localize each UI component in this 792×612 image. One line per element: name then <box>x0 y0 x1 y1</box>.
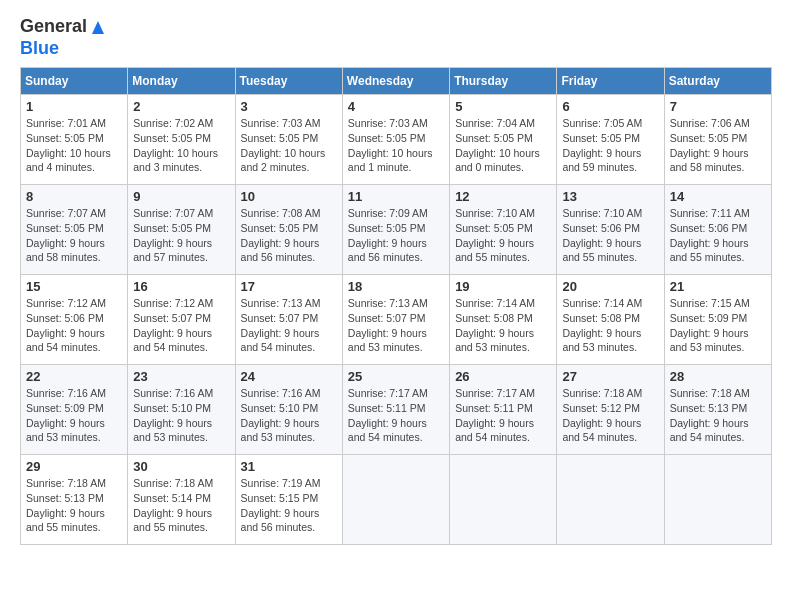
calendar-week-row: 15 Sunrise: 7:12 AM Sunset: 5:06 PM Dayl… <box>21 275 772 365</box>
day-info: Sunrise: 7:16 AM Sunset: 5:10 PM Dayligh… <box>241 386 337 445</box>
day-number: 15 <box>26 279 122 294</box>
day-info: Sunrise: 7:08 AM Sunset: 5:05 PM Dayligh… <box>241 206 337 265</box>
day-number: 1 <box>26 99 122 114</box>
day-info: Sunrise: 7:17 AM Sunset: 5:11 PM Dayligh… <box>348 386 444 445</box>
weekday-header-cell: Wednesday <box>342 68 449 95</box>
day-number: 6 <box>562 99 658 114</box>
day-info: Sunrise: 7:10 AM Sunset: 5:05 PM Dayligh… <box>455 206 551 265</box>
day-info: Sunrise: 7:03 AM Sunset: 5:05 PM Dayligh… <box>348 116 444 175</box>
calendar-cell: 12 Sunrise: 7:10 AM Sunset: 5:05 PM Dayl… <box>450 185 557 275</box>
day-info: Sunrise: 7:06 AM Sunset: 5:05 PM Dayligh… <box>670 116 766 175</box>
day-number: 7 <box>670 99 766 114</box>
weekday-header-cell: Thursday <box>450 68 557 95</box>
day-info: Sunrise: 7:16 AM Sunset: 5:10 PM Dayligh… <box>133 386 229 445</box>
calendar-cell: 7 Sunrise: 7:06 AM Sunset: 5:05 PM Dayli… <box>664 95 771 185</box>
calendar-cell: 28 Sunrise: 7:18 AM Sunset: 5:13 PM Dayl… <box>664 365 771 455</box>
calendar-cell: 16 Sunrise: 7:12 AM Sunset: 5:07 PM Dayl… <box>128 275 235 365</box>
calendar-week-row: 8 Sunrise: 7:07 AM Sunset: 5:05 PM Dayli… <box>21 185 772 275</box>
weekday-header-cell: Monday <box>128 68 235 95</box>
day-info: Sunrise: 7:14 AM Sunset: 5:08 PM Dayligh… <box>455 296 551 355</box>
day-number: 3 <box>241 99 337 114</box>
calendar-cell: 9 Sunrise: 7:07 AM Sunset: 5:05 PM Dayli… <box>128 185 235 275</box>
day-number: 29 <box>26 459 122 474</box>
day-number: 24 <box>241 369 337 384</box>
calendar-cell: 27 Sunrise: 7:18 AM Sunset: 5:12 PM Dayl… <box>557 365 664 455</box>
day-info: Sunrise: 7:14 AM Sunset: 5:08 PM Dayligh… <box>562 296 658 355</box>
day-number: 28 <box>670 369 766 384</box>
calendar-week-row: 1 Sunrise: 7:01 AM Sunset: 5:05 PM Dayli… <box>21 95 772 185</box>
day-info: Sunrise: 7:13 AM Sunset: 5:07 PM Dayligh… <box>348 296 444 355</box>
calendar-cell: 5 Sunrise: 7:04 AM Sunset: 5:05 PM Dayli… <box>450 95 557 185</box>
day-number: 21 <box>670 279 766 294</box>
day-number: 2 <box>133 99 229 114</box>
calendar-week-row: 22 Sunrise: 7:16 AM Sunset: 5:09 PM Dayl… <box>21 365 772 455</box>
calendar-cell: 22 Sunrise: 7:16 AM Sunset: 5:09 PM Dayl… <box>21 365 128 455</box>
calendar-cell: 31 Sunrise: 7:19 AM Sunset: 5:15 PM Dayl… <box>235 455 342 545</box>
day-number: 17 <box>241 279 337 294</box>
day-number: 25 <box>348 369 444 384</box>
day-info: Sunrise: 7:18 AM Sunset: 5:12 PM Dayligh… <box>562 386 658 445</box>
calendar-cell: 8 Sunrise: 7:07 AM Sunset: 5:05 PM Dayli… <box>21 185 128 275</box>
calendar-cell: 3 Sunrise: 7:03 AM Sunset: 5:05 PM Dayli… <box>235 95 342 185</box>
day-number: 5 <box>455 99 551 114</box>
day-number: 14 <box>670 189 766 204</box>
calendar-cell: 21 Sunrise: 7:15 AM Sunset: 5:09 PM Dayl… <box>664 275 771 365</box>
calendar-cell: 19 Sunrise: 7:14 AM Sunset: 5:08 PM Dayl… <box>450 275 557 365</box>
day-info: Sunrise: 7:12 AM Sunset: 5:06 PM Dayligh… <box>26 296 122 355</box>
day-info: Sunrise: 7:02 AM Sunset: 5:05 PM Dayligh… <box>133 116 229 175</box>
day-number: 11 <box>348 189 444 204</box>
day-info: Sunrise: 7:18 AM Sunset: 5:13 PM Dayligh… <box>26 476 122 535</box>
calendar-cell <box>664 455 771 545</box>
calendar-table: SundayMondayTuesdayWednesdayThursdayFrid… <box>20 67 772 545</box>
day-number: 26 <box>455 369 551 384</box>
calendar-cell: 6 Sunrise: 7:05 AM Sunset: 5:05 PM Dayli… <box>557 95 664 185</box>
calendar-cell: 25 Sunrise: 7:17 AM Sunset: 5:11 PM Dayl… <box>342 365 449 455</box>
day-number: 13 <box>562 189 658 204</box>
day-info: Sunrise: 7:10 AM Sunset: 5:06 PM Dayligh… <box>562 206 658 265</box>
calendar-cell: 13 Sunrise: 7:10 AM Sunset: 5:06 PM Dayl… <box>557 185 664 275</box>
day-number: 12 <box>455 189 551 204</box>
weekday-header-cell: Tuesday <box>235 68 342 95</box>
calendar-cell: 24 Sunrise: 7:16 AM Sunset: 5:10 PM Dayl… <box>235 365 342 455</box>
calendar-cell <box>557 455 664 545</box>
weekday-header-cell: Sunday <box>21 68 128 95</box>
day-info: Sunrise: 7:19 AM Sunset: 5:15 PM Dayligh… <box>241 476 337 535</box>
day-number: 19 <box>455 279 551 294</box>
day-info: Sunrise: 7:17 AM Sunset: 5:11 PM Dayligh… <box>455 386 551 445</box>
calendar-cell: 18 Sunrise: 7:13 AM Sunset: 5:07 PM Dayl… <box>342 275 449 365</box>
day-info: Sunrise: 7:11 AM Sunset: 5:06 PM Dayligh… <box>670 206 766 265</box>
day-info: Sunrise: 7:15 AM Sunset: 5:09 PM Dayligh… <box>670 296 766 355</box>
calendar-cell: 4 Sunrise: 7:03 AM Sunset: 5:05 PM Dayli… <box>342 95 449 185</box>
day-number: 30 <box>133 459 229 474</box>
weekday-header-cell: Friday <box>557 68 664 95</box>
weekday-header-row: SundayMondayTuesdayWednesdayThursdayFrid… <box>21 68 772 95</box>
day-info: Sunrise: 7:13 AM Sunset: 5:07 PM Dayligh… <box>241 296 337 355</box>
day-info: Sunrise: 7:18 AM Sunset: 5:14 PM Dayligh… <box>133 476 229 535</box>
calendar-cell: 29 Sunrise: 7:18 AM Sunset: 5:13 PM Dayl… <box>21 455 128 545</box>
calendar-cell: 15 Sunrise: 7:12 AM Sunset: 5:06 PM Dayl… <box>21 275 128 365</box>
calendar-cell <box>342 455 449 545</box>
day-number: 31 <box>241 459 337 474</box>
calendar-cell: 14 Sunrise: 7:11 AM Sunset: 5:06 PM Dayl… <box>664 185 771 275</box>
calendar-cell: 11 Sunrise: 7:09 AM Sunset: 5:05 PM Dayl… <box>342 185 449 275</box>
calendar-week-row: 29 Sunrise: 7:18 AM Sunset: 5:13 PM Dayl… <box>21 455 772 545</box>
day-number: 9 <box>133 189 229 204</box>
day-number: 10 <box>241 189 337 204</box>
day-info: Sunrise: 7:07 AM Sunset: 5:05 PM Dayligh… <box>133 206 229 265</box>
day-info: Sunrise: 7:01 AM Sunset: 5:05 PM Dayligh… <box>26 116 122 175</box>
day-info: Sunrise: 7:12 AM Sunset: 5:07 PM Dayligh… <box>133 296 229 355</box>
day-number: 16 <box>133 279 229 294</box>
day-info: Sunrise: 7:07 AM Sunset: 5:05 PM Dayligh… <box>26 206 122 265</box>
logo: General Blue <box>20 16 107 59</box>
logo-triangle-icon <box>89 18 107 36</box>
calendar-cell: 30 Sunrise: 7:18 AM Sunset: 5:14 PM Dayl… <box>128 455 235 545</box>
day-number: 4 <box>348 99 444 114</box>
day-info: Sunrise: 7:16 AM Sunset: 5:09 PM Dayligh… <box>26 386 122 445</box>
calendar-cell: 23 Sunrise: 7:16 AM Sunset: 5:10 PM Dayl… <box>128 365 235 455</box>
svg-marker-0 <box>92 21 104 34</box>
page-header: General Blue <box>20 16 772 59</box>
calendar-cell: 26 Sunrise: 7:17 AM Sunset: 5:11 PM Dayl… <box>450 365 557 455</box>
day-info: Sunrise: 7:09 AM Sunset: 5:05 PM Dayligh… <box>348 206 444 265</box>
day-number: 8 <box>26 189 122 204</box>
day-number: 20 <box>562 279 658 294</box>
